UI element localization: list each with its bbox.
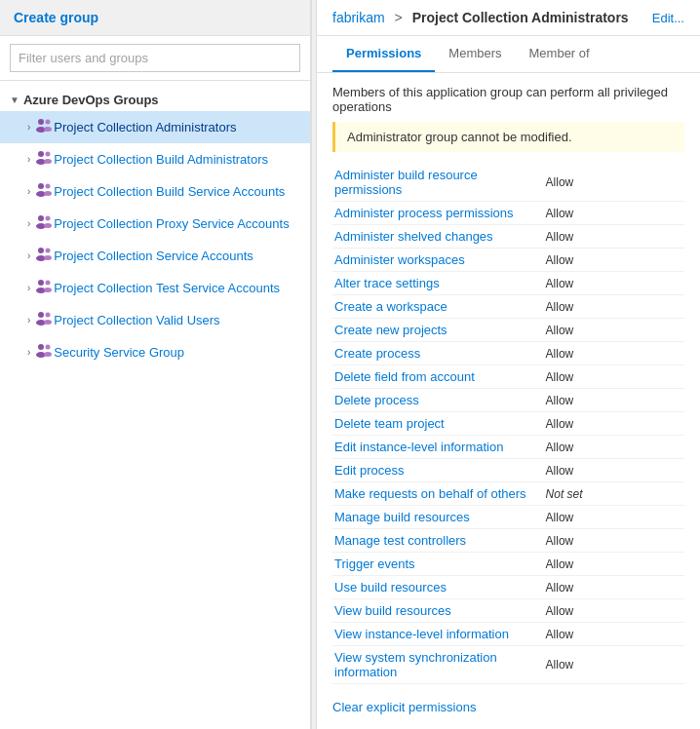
- svg-point-23: [44, 288, 52, 292]
- tree-item-pctsa[interactable]: › Project Collection Test Service Accoun…: [0, 272, 310, 304]
- svg-point-30: [46, 345, 51, 350]
- permission-label[interactable]: Manage test controllers: [332, 529, 544, 553]
- permission-label[interactable]: Create a workspace: [332, 295, 544, 319]
- permission-label[interactable]: Delete field from account: [332, 365, 544, 389]
- svg-point-14: [46, 216, 51, 221]
- permission-label[interactable]: Create new projects: [332, 319, 544, 342]
- permission-value[interactable]: Allow: [544, 389, 684, 412]
- tab-memberof[interactable]: Member of: [516, 36, 603, 72]
- permission-label[interactable]: Edit instance-level information: [332, 436, 544, 459]
- filter-input-wrap: [0, 36, 310, 81]
- tree-section: ▼ Azure DevOps Groups › Project Collecti…: [0, 81, 310, 729]
- permission-value[interactable]: Allow: [544, 164, 684, 202]
- permission-label[interactable]: Use build resources: [332, 576, 544, 599]
- permission-label[interactable]: Administer build resource permissions: [332, 164, 544, 202]
- svg-point-27: [44, 320, 52, 325]
- chevron-down-icon: ▼: [10, 95, 19, 105]
- breadcrumb: fabrikam > Project Collection Administra…: [332, 10, 629, 25]
- permission-row: Use build resourcesAllow: [332, 576, 684, 599]
- permission-label[interactable]: Administer shelved changes: [332, 225, 544, 249]
- permission-row: Edit instance-level informationAllow: [332, 436, 684, 459]
- tree-item-label: Project Collection Build Administrators: [54, 152, 300, 167]
- permission-value[interactable]: Allow: [544, 319, 684, 342]
- permission-label[interactable]: View build resources: [332, 599, 544, 623]
- permission-label[interactable]: Edit process: [332, 459, 544, 482]
- tab-members[interactable]: Members: [435, 36, 515, 72]
- edit-link[interactable]: Edit...: [652, 11, 684, 25]
- permission-value[interactable]: Allow: [544, 436, 684, 459]
- permission-label[interactable]: Alter trace settings: [332, 272, 544, 295]
- permission-label[interactable]: Create process: [332, 342, 544, 365]
- group-icon: [34, 212, 54, 235]
- breadcrumb-org[interactable]: fabrikam: [332, 10, 385, 25]
- group-icon: [34, 309, 54, 331]
- tree-item-label: Project Collection Build Service Account…: [54, 184, 300, 199]
- svg-point-10: [46, 184, 51, 189]
- expand-arrow-icon: ›: [27, 283, 30, 293]
- permission-value[interactable]: Allow: [544, 295, 684, 319]
- permission-row: Administer process permissionsAllow: [332, 202, 684, 225]
- permission-value[interactable]: Allow: [544, 249, 684, 272]
- permission-value[interactable]: Allow: [544, 342, 684, 365]
- tree-item-pcpsa[interactable]: › Project Collection Proxy Service Accou…: [0, 208, 310, 240]
- svg-point-2: [46, 120, 51, 125]
- clear-permissions-link[interactable]: Clear explicit permissions: [332, 700, 476, 714]
- permission-value[interactable]: Allow: [544, 506, 684, 529]
- svg-point-22: [46, 281, 51, 286]
- svg-point-7: [44, 159, 52, 164]
- azure-devops-groups-header[interactable]: ▼ Azure DevOps Groups: [0, 89, 310, 111]
- permission-value[interactable]: Not set: [544, 482, 684, 506]
- permission-label[interactable]: View instance-level information: [332, 623, 544, 646]
- permission-label[interactable]: Make requests on behalf of others: [332, 482, 544, 506]
- permission-value[interactable]: Allow: [544, 412, 684, 436]
- permission-value[interactable]: Allow: [544, 365, 684, 389]
- permission-row: Create processAllow: [332, 342, 684, 365]
- permission-label[interactable]: Trigger events: [332, 553, 544, 576]
- tree-item-pcsa[interactable]: › Project Collection Service Accounts: [0, 240, 310, 272]
- permission-label[interactable]: Administer workspaces: [332, 249, 544, 272]
- svg-point-28: [38, 344, 44, 350]
- tree-item-ssg[interactable]: › Security Service Group: [0, 336, 310, 368]
- permission-value[interactable]: Allow: [544, 202, 684, 225]
- group-icon: [34, 180, 54, 203]
- tree-item-label: Project Collection Test Service Accounts: [54, 281, 300, 295]
- info-text: Members of this application group can pe…: [332, 85, 684, 114]
- svg-point-31: [44, 352, 52, 357]
- tree-item-pcvu[interactable]: › Project Collection Valid Users: [0, 304, 310, 336]
- permission-label[interactable]: Manage build resources: [332, 506, 544, 529]
- tab-permissions[interactable]: Permissions: [332, 36, 435, 72]
- svg-point-12: [38, 215, 44, 221]
- permission-row: Trigger eventsAllow: [332, 553, 684, 576]
- group-icon: [34, 148, 54, 171]
- permission-value[interactable]: Allow: [544, 646, 684, 684]
- svg-point-19: [44, 255, 52, 260]
- breadcrumb-separator: >: [395, 10, 403, 25]
- svg-point-11: [44, 191, 52, 196]
- warning-banner: Administrator group cannot be modified.: [332, 122, 684, 152]
- tree-item-pcba[interactable]: › Project Collection Build Administrator…: [0, 143, 310, 175]
- permission-value[interactable]: Allow: [544, 599, 684, 623]
- permission-label[interactable]: Administer process permissions: [332, 202, 544, 225]
- permission-value[interactable]: Allow: [544, 225, 684, 249]
- permission-value[interactable]: Allow: [544, 272, 684, 295]
- permission-value[interactable]: Allow: [544, 623, 684, 646]
- permission-value[interactable]: Allow: [544, 459, 684, 482]
- permission-value[interactable]: Allow: [544, 529, 684, 553]
- permission-row: View build resourcesAllow: [332, 599, 684, 623]
- svg-point-26: [46, 313, 51, 318]
- permission-row: Alter trace settingsAllow: [332, 272, 684, 295]
- permission-label[interactable]: Delete process: [332, 389, 544, 412]
- permission-row: Delete processAllow: [332, 389, 684, 412]
- left-panel: Create group ▼ Azure DevOps Groups › Pro…: [0, 0, 311, 729]
- filter-input[interactable]: [10, 44, 300, 72]
- permission-value[interactable]: Allow: [544, 553, 684, 576]
- permission-label[interactable]: Delete team project: [332, 412, 544, 436]
- permission-label[interactable]: View system synchronization information: [332, 646, 544, 684]
- tree-item-pca[interactable]: › Project Collection Administrators: [0, 111, 310, 143]
- expand-arrow-icon: ›: [27, 186, 30, 197]
- permission-value[interactable]: Allow: [544, 576, 684, 599]
- create-group-button[interactable]: Create group: [0, 0, 310, 36]
- tree-item-pcbsa[interactable]: › Project Collection Build Service Accou…: [0, 175, 310, 208]
- tree-item-label: Project Collection Service Accounts: [54, 249, 300, 263]
- svg-point-16: [38, 248, 44, 253]
